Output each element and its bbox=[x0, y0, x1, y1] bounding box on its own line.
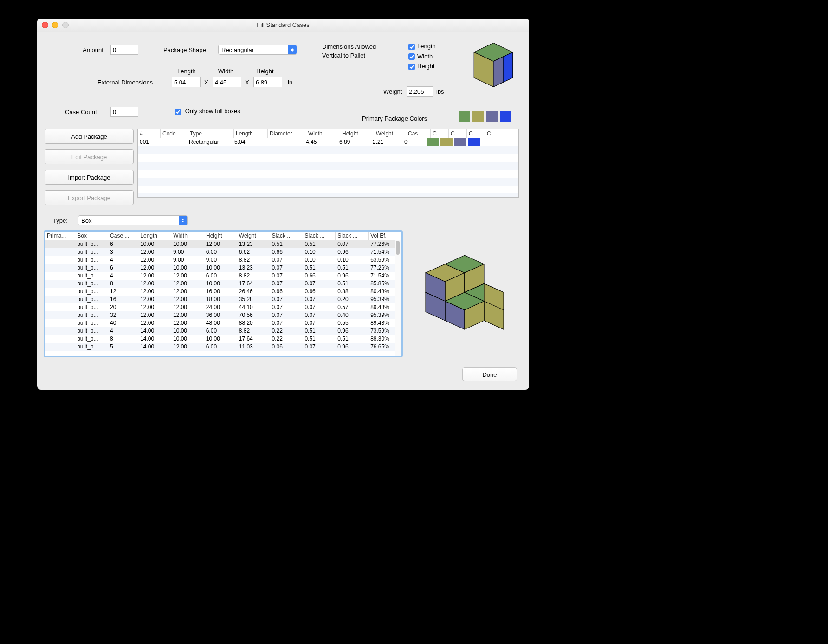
ext-dimensions-label: External Dimensions bbox=[97, 79, 153, 86]
pkg-col-header[interactable]: Diameter bbox=[268, 129, 306, 138]
svg-marker-6 bbox=[503, 52, 513, 82]
chevron-updown-icon bbox=[179, 216, 187, 225]
table-row[interactable] bbox=[138, 146, 518, 154]
type-select[interactable]: Box bbox=[78, 215, 188, 225]
box-table[interactable]: Prima...BoxCase ...LengthWidthHeightWeig… bbox=[44, 230, 403, 357]
package-shape-value: Rectangular bbox=[221, 46, 254, 53]
table-row[interactable]: built_b...312.009.006.006.620.660.100.96… bbox=[45, 248, 401, 256]
box-col-header[interactable]: Slack ... bbox=[303, 232, 336, 240]
case-preview-icon bbox=[416, 245, 513, 338]
box-col-header[interactable]: Vol Ef. bbox=[369, 232, 401, 240]
table-row[interactable]: 001Rectangular5.044.456.892.210 bbox=[138, 138, 518, 146]
package-shape-label: Package Shape bbox=[163, 46, 206, 53]
height-input[interactable] bbox=[253, 77, 282, 87]
pkg-col-header[interactable]: Weight bbox=[374, 129, 406, 138]
table-row[interactable] bbox=[138, 186, 518, 193]
unit-in-label: in bbox=[288, 79, 292, 86]
dimensions-allowed-label: Dimensions Allowed bbox=[322, 43, 376, 50]
dialog-window: Fill Standard Cases Amount Package Shape… bbox=[37, 19, 529, 390]
table-row[interactable]: built_b...1212.0012.0016.0026.460.660.66… bbox=[45, 288, 401, 296]
box-col-header[interactable]: Height bbox=[204, 232, 237, 240]
table-row[interactable]: built_b...412.0012.006.008.820.070.660.9… bbox=[45, 272, 401, 280]
svg-marker-7 bbox=[493, 57, 503, 87]
pkg-col-header[interactable]: Cas... bbox=[406, 129, 431, 138]
scrollbar-thumb[interactable] bbox=[396, 241, 400, 255]
table-row[interactable] bbox=[138, 170, 518, 178]
box-col-header[interactable]: Case ... bbox=[108, 232, 138, 240]
type-label: Type: bbox=[53, 217, 68, 224]
box-col-header[interactable]: Slack ... bbox=[336, 232, 369, 240]
box-col-header[interactable]: Slack ... bbox=[270, 232, 303, 240]
table-row[interactable]: built_b...412.009.009.008.820.070.100.10… bbox=[45, 256, 401, 264]
pkg-col-header[interactable]: C... bbox=[485, 129, 503, 138]
table-row[interactable]: built_b...812.0012.0010.0017.640.070.070… bbox=[45, 280, 401, 288]
width-input[interactable] bbox=[213, 77, 241, 87]
box-col-header[interactable]: Weight bbox=[237, 232, 270, 240]
color-swatch-3[interactable] bbox=[486, 111, 498, 122]
scrollbar[interactable] bbox=[395, 240, 401, 356]
table-row[interactable] bbox=[138, 178, 518, 186]
package-preview-icon bbox=[468, 40, 519, 91]
primary-colors-label: Primary Package Colors bbox=[362, 115, 427, 122]
package-table[interactable]: #CodeTypeLengthDiameterWidthHeightWeight… bbox=[137, 129, 519, 198]
table-row[interactable] bbox=[138, 162, 518, 170]
done-button[interactable]: Done bbox=[462, 367, 517, 381]
pkg-col-header[interactable]: C... bbox=[449, 129, 467, 138]
pkg-col-header[interactable]: Width bbox=[306, 129, 340, 138]
table-row[interactable]: built_b...814.0010.0010.0017.640.220.510… bbox=[45, 335, 401, 343]
length-input[interactable] bbox=[172, 77, 201, 87]
pkg-col-header[interactable]: C... bbox=[467, 129, 485, 138]
color-swatch-2[interactable] bbox=[472, 111, 484, 122]
vertical-to-pallet-label: Vertical to Pallet bbox=[322, 52, 365, 59]
color-swatch-4[interactable] bbox=[500, 111, 511, 122]
amount-label: Amount bbox=[83, 46, 104, 53]
width-header: Width bbox=[218, 68, 233, 75]
pkg-col-header[interactable]: # bbox=[138, 129, 161, 138]
case-count-input[interactable] bbox=[110, 107, 138, 117]
table-row[interactable] bbox=[138, 193, 518, 198]
edit-package-button[interactable]: Edit Package bbox=[45, 149, 134, 164]
x1-label: X bbox=[204, 79, 208, 86]
table-row[interactable]: built_b...414.0010.006.008.820.220.510.9… bbox=[45, 327, 401, 335]
table-row[interactable]: built_b...514.0012.006.0011.030.060.070.… bbox=[45, 343, 401, 351]
titlebar: Fill Standard Cases bbox=[37, 19, 529, 32]
dim-length-checkbox[interactable]: Length bbox=[408, 43, 436, 50]
box-col-header[interactable]: Prima... bbox=[45, 232, 75, 240]
height-header: Height bbox=[256, 68, 274, 75]
pkg-col-header[interactable]: Type bbox=[188, 129, 234, 138]
type-value: Box bbox=[81, 217, 91, 224]
case-count-label: Case Count bbox=[65, 109, 97, 116]
table-row[interactable] bbox=[138, 154, 518, 162]
chevron-updown-icon bbox=[288, 45, 297, 54]
table-row[interactable]: built_b...2012.0012.0024.0044.100.070.07… bbox=[45, 303, 401, 311]
box-col-header[interactable]: Width bbox=[171, 232, 204, 240]
table-row[interactable]: built_b...610.0010.0012.0013.230.510.510… bbox=[45, 240, 401, 248]
svg-marker-19 bbox=[484, 283, 504, 329]
import-package-button[interactable]: Import Package bbox=[45, 170, 134, 185]
weight-label: Weight bbox=[383, 88, 402, 95]
box-col-header[interactable]: Length bbox=[138, 232, 171, 240]
export-package-button[interactable]: Export Package bbox=[45, 190, 134, 205]
only-full-checkbox[interactable]: Only show full boxes bbox=[175, 108, 240, 115]
box-col-header[interactable]: Box bbox=[75, 232, 108, 240]
table-row[interactable]: built_b...612.0010.0010.0013.230.070.510… bbox=[45, 264, 401, 272]
pkg-col-header[interactable]: Height bbox=[340, 129, 374, 138]
dim-width-checkbox[interactable]: Width bbox=[408, 53, 436, 60]
weight-unit-label: lbs bbox=[436, 88, 444, 95]
amount-input[interactable] bbox=[110, 45, 138, 55]
window-title: Fill Standard Cases bbox=[37, 19, 529, 32]
dim-height-checkbox[interactable]: Height bbox=[408, 63, 436, 70]
table-row[interactable]: built_b...1612.0012.0018.0035.280.070.07… bbox=[45, 296, 401, 303]
pkg-col-header[interactable]: Code bbox=[161, 129, 188, 138]
weight-input[interactable] bbox=[407, 86, 433, 97]
table-row[interactable]: built_b...3212.0012.0036.0070.560.070.07… bbox=[45, 311, 401, 319]
table-row[interactable]: built_b...4012.0012.0048.0088.200.070.07… bbox=[45, 319, 401, 327]
package-shape-select[interactable]: Rectangular bbox=[218, 45, 297, 55]
color-swatch-1[interactable] bbox=[459, 111, 470, 122]
pkg-col-header[interactable]: C... bbox=[431, 129, 449, 138]
pkg-col-header[interactable]: Length bbox=[234, 129, 268, 138]
add-package-button[interactable]: Add Package bbox=[45, 129, 134, 144]
length-header: Length bbox=[177, 68, 196, 75]
x2-label: X bbox=[245, 79, 249, 86]
